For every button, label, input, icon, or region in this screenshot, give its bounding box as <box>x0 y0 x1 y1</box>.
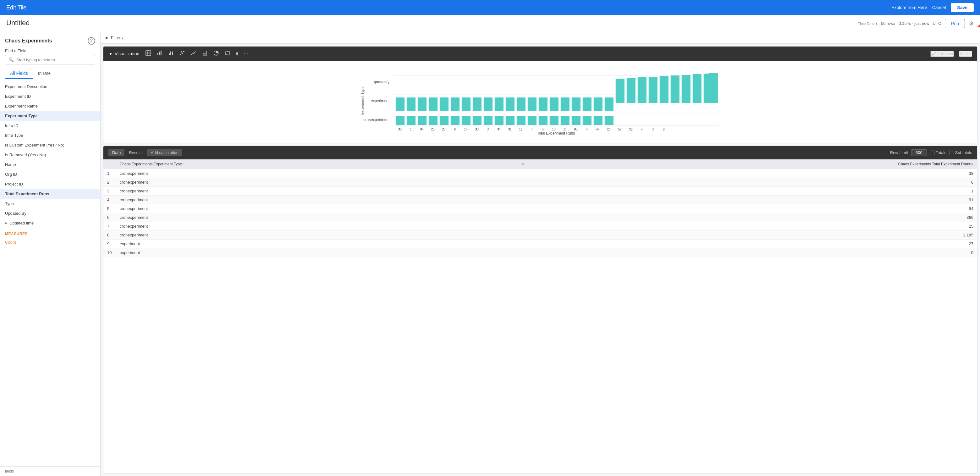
list-item[interactable]: Experiment Description <box>0 82 100 91</box>
svg-rect-71 <box>660 76 669 103</box>
experiment-type-cell: cronexperiment <box>116 187 528 196</box>
list-item[interactable]: Org ID <box>0 169 100 179</box>
list-item[interactable]: Infra Type <box>0 131 100 140</box>
svg-rect-43 <box>572 116 581 125</box>
list-item[interactable]: Is Removed (Yes / No) <box>0 150 100 160</box>
svg-rect-9 <box>169 54 170 55</box>
explore-here-button[interactable]: Explore from Here <box>891 5 927 10</box>
totals-checkbox[interactable]: Totals <box>930 150 947 155</box>
viz-icons: 6 ··· <box>144 50 249 58</box>
svg-text:25: 25 <box>431 128 435 131</box>
table-row: 8 cronexperiment 2,185 <box>103 231 977 240</box>
experiment-type-cell: experiment <box>116 248 528 257</box>
svg-rect-45 <box>594 116 603 125</box>
svg-rect-44 <box>583 116 592 125</box>
info-icon[interactable]: ⓘ <box>88 37 95 45</box>
tab-all-fields[interactable]: All Fields <box>5 68 33 79</box>
svg-rect-62 <box>561 97 570 111</box>
search-input[interactable] <box>16 58 92 62</box>
svg-text:experiment: experiment <box>371 99 390 103</box>
run-button[interactable]: Run <box>945 19 965 28</box>
row-num: 3 <box>103 187 116 196</box>
dashboard-title[interactable]: Untitled <box>6 19 30 28</box>
area-chart-icon[interactable] <box>201 50 209 58</box>
svg-rect-56 <box>495 97 504 111</box>
save-button[interactable]: Save <box>951 3 974 12</box>
list-item[interactable]: Is Custom Experiment (Yes / No) <box>0 140 100 150</box>
svg-rect-58 <box>517 97 526 111</box>
tab-data[interactable]: Data <box>108 149 124 156</box>
add-calculation-button[interactable]: Add calculation <box>147 149 182 156</box>
svg-rect-70 <box>649 77 658 103</box>
svg-text:1: 1 <box>410 128 412 131</box>
filters-arrow-icon: ▶ <box>106 35 108 40</box>
list-item[interactable]: Experiment ID <box>0 91 100 101</box>
svg-text:2: 2 <box>564 128 566 131</box>
list-item[interactable]: Experiment Name <box>0 101 100 111</box>
pie-chart-icon[interactable] <box>212 50 220 58</box>
svg-text:Experiment Type: Experiment Type <box>360 86 365 115</box>
row-num: 1 <box>103 169 116 178</box>
col-settings-icon-2[interactable]: ⚙ <box>970 162 974 166</box>
svg-rect-29 <box>418 116 427 125</box>
svg-rect-12 <box>170 51 171 52</box>
tab-results[interactable]: Results <box>125 149 146 156</box>
list-item[interactable]: Type <box>0 199 100 208</box>
experiment-type-cell: cronexperiment <box>116 196 528 204</box>
svg-rect-35 <box>484 116 493 125</box>
runs-cell: 91 <box>528 196 977 204</box>
table-view-icon[interactable] <box>144 50 153 58</box>
svg-text:4: 4 <box>641 128 643 131</box>
list-item[interactable]: Total Experiment Runs <box>0 189 100 199</box>
map-icon[interactable] <box>223 50 232 58</box>
svg-rect-7 <box>159 51 160 55</box>
viz-collapse-icon[interactable]: ▼ <box>108 51 113 56</box>
list-item[interactable]: Experiment Type <box>0 111 100 121</box>
count-item[interactable]: Count <box>0 238 100 246</box>
svg-rect-47 <box>396 97 405 111</box>
scatter-chart-icon[interactable] <box>178 50 186 58</box>
table-row: 6 cronexperiment 366 <box>103 213 977 222</box>
experiment-type-cell: cronexperiment <box>116 169 528 178</box>
svg-rect-28 <box>407 116 416 125</box>
svg-rect-74 <box>693 74 702 103</box>
stacked-chart-icon[interactable] <box>167 50 175 58</box>
row-num: 7 <box>103 222 116 231</box>
svg-rect-30 <box>429 116 438 125</box>
sidebar-header: Chaos Experiments ⓘ <box>0 32 100 47</box>
more-icon[interactable]: ··· <box>243 50 249 57</box>
line-chart-icon[interactable] <box>189 50 197 58</box>
fields-list: Experiment Description Experiment ID Exp… <box>0 79 100 249</box>
experiment-type-cell: cronexperiment <box>116 213 528 222</box>
row-limit-input[interactable] <box>911 149 927 156</box>
cancel-button[interactable]: Cancel <box>932 5 946 10</box>
svg-text:27: 27 <box>442 128 446 131</box>
svg-text:34: 34 <box>497 128 501 131</box>
svg-text:94: 94 <box>420 128 424 131</box>
list-item[interactable]: Updated By <box>0 208 100 218</box>
tab-in-use[interactable]: In Use <box>33 68 56 79</box>
svg-rect-11 <box>170 52 171 55</box>
list-item[interactable]: ▶ Updated time <box>0 218 100 228</box>
col-settings-icon[interactable]: ⚙ <box>521 162 525 166</box>
run-info: Time Zone ▾ <box>858 21 877 26</box>
bar-chart-icon[interactable] <box>156 50 164 58</box>
svg-rect-27 <box>396 116 405 125</box>
list-item[interactable]: Infra ID <box>0 121 100 131</box>
subtotals-checkbox[interactable]: Subtotals <box>950 150 972 155</box>
totals-checkbox-input[interactable] <box>930 150 934 155</box>
list-item[interactable]: Name <box>0 160 100 169</box>
svg-rect-50 <box>429 97 438 111</box>
svg-rect-59 <box>528 97 537 111</box>
list-item[interactable]: Project ID <box>0 179 100 189</box>
edit-button[interactable]: ⚙ Edit <box>959 51 972 57</box>
svg-rect-36 <box>495 116 504 125</box>
subtotals-checkbox-input[interactable] <box>950 150 954 155</box>
gear-icon[interactable]: ⚙ <box>969 20 974 27</box>
runs-cell: 0 <box>528 178 977 187</box>
forecast-button[interactable]: 📈 Forecast <box>931 51 954 57</box>
runs-cell: 0 <box>528 248 977 257</box>
bar-chart: Experiment Type gameday experiment crone… <box>110 66 971 135</box>
edit-icon: ⚙ <box>959 51 963 56</box>
number-icon[interactable]: 6 <box>235 51 239 57</box>
